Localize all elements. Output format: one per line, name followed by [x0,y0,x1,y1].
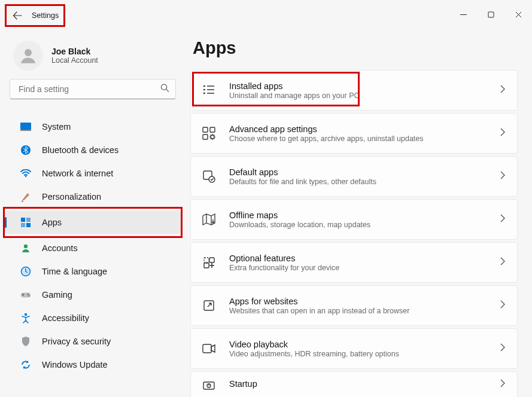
sidebar-item-bluetooth[interactable]: Bluetooth & devices [5,139,181,161]
startup-icon [202,379,216,393]
window-title: Settings [32,11,59,20]
sidebar-item-network[interactable]: Network & internet [5,162,181,185]
default-apps-icon [202,169,216,184]
card-sub: Uninstall and manage apps on your PC [229,91,500,100]
card-sub: Websites that can open in an app instead… [229,307,500,315]
svg-rect-7 [21,218,25,222]
sidebar-item-privacy[interactable]: Privacy & security [5,330,181,353]
close-button[interactable] [504,5,532,24]
sidebar-item-label: Accounts [42,243,78,253]
card-sub: Video adjustments, HDR streaming, batter… [229,350,500,358]
chevron-right-icon [500,214,505,225]
minimize-icon [460,11,467,18]
svg-point-25 [209,176,215,182]
card-startup[interactable]: Startup [190,371,518,397]
sidebar-item-label: Apps [42,218,62,227]
svg-point-19 [203,93,205,94]
search-icon [160,84,169,95]
card-video-playback[interactable]: Video playback Video adjustments, HDR st… [190,328,518,369]
sidebar-item-system[interactable]: System [5,115,181,138]
apps-gear-icon [202,126,216,141]
svg-point-1 [25,49,32,56]
chevron-right-icon [500,257,505,268]
open-external-icon [202,298,216,313]
shield-icon [20,336,31,347]
sidebar-item-gaming[interactable]: Gaming [5,283,181,306]
refresh-icon [20,359,31,370]
card-default-apps[interactable]: Default apps Defaults for file and link … [190,156,518,197]
sidebar-item-label: Gaming [42,290,72,300]
card-offline-maps[interactable]: Offline maps Downloads, storage location… [190,199,518,240]
map-icon [202,212,216,227]
profile-name: Joe Black [51,47,98,56]
svg-rect-9 [21,223,25,227]
svg-point-16 [25,313,27,316]
nav-list: System Bluetooth & devices Network & int… [0,106,186,376]
arrow-left-icon [13,11,22,20]
svg-rect-28 [204,263,209,268]
sidebar-item-personalization[interactable]: Personalization [5,185,181,208]
sidebar-item-time-language[interactable]: Time & language [5,260,181,283]
video-icon [202,341,216,356]
titlebar-left-highlight: Settings [5,4,65,27]
svg-point-18 [203,89,205,91]
page-title: Apps [193,38,518,58]
profile-sub: Local Account [51,56,98,65]
gamepad-icon [20,289,31,300]
chevron-right-icon [500,343,505,354]
chevron-right-icon [500,128,505,139]
card-title: Default apps [229,167,500,177]
svg-rect-20 [203,127,208,132]
svg-rect-21 [210,127,215,132]
svg-rect-22 [203,135,208,139]
accessibility-icon [20,313,31,323]
bluetooth-icon [20,145,31,155]
optional-features-icon [202,255,216,270]
back-button[interactable] [11,10,23,22]
svg-rect-4 [20,130,31,131]
chevron-right-icon [500,379,505,390]
card-optional-features[interactable]: Optional features Extra functionality fo… [190,242,518,283]
installed-apps-icon [202,83,216,97]
svg-rect-30 [203,344,211,353]
search-input[interactable] [17,84,154,94]
card-apps-for-websites[interactable]: Apps for websites Websites that can open… [190,285,518,326]
svg-rect-10 [26,223,31,227]
svg-point-11 [24,245,28,248]
paintbrush-icon [20,191,31,202]
clock-globe-icon [20,266,31,277]
minimize-button[interactable] [449,5,477,24]
card-installed-apps[interactable]: Installed apps Uninstall and manage apps… [190,70,518,111]
maximize-button[interactable] [477,5,504,24]
sidebar-item-label: Accessibility [42,313,89,323]
card-title: Apps for websites [229,297,500,306]
card-advanced-app-settings[interactable]: Advanced app settings Choose where to ge… [190,113,518,154]
card-sub: Defaults for file and link types, other … [229,178,500,186]
card-title: Optional features [229,254,500,263]
svg-point-14 [28,294,29,295]
profile-block[interactable]: Joe Black Local Account [0,33,186,79]
svg-point-15 [28,295,29,297]
svg-rect-27 [209,258,214,262]
chevron-right-icon [500,171,505,182]
sidebar-item-label: System [42,122,71,132]
card-title: Installed apps [229,81,500,91]
card-sub: Downloads, storage location, map updates [229,221,500,229]
sidebar-item-apps[interactable]: Apps [5,211,181,234]
search-box[interactable] [10,79,176,99]
svg-point-2 [161,84,166,90]
card-sub: Choose where to get apps, archive apps, … [229,135,500,143]
card-sub: Extra functionality for your device [229,264,500,272]
main-content: Apps Installed apps Uninstall and manage… [186,29,532,397]
sidebar-item-accounts[interactable]: Accounts [5,237,181,259]
sidebar-item-label: Bluetooth & devices [42,145,118,155]
sidebar-item-windows-update[interactable]: Windows Update [5,353,181,376]
sidebar-item-label: Privacy & security [42,337,111,346]
profile-text: Joe Black Local Account [51,47,98,65]
system-icon [20,121,31,132]
card-title: Startup [229,379,500,389]
svg-rect-3 [20,123,31,130]
sidebar-item-accessibility[interactable]: Accessibility [5,307,181,329]
chevron-right-icon [500,300,505,311]
wifi-icon [20,168,31,179]
